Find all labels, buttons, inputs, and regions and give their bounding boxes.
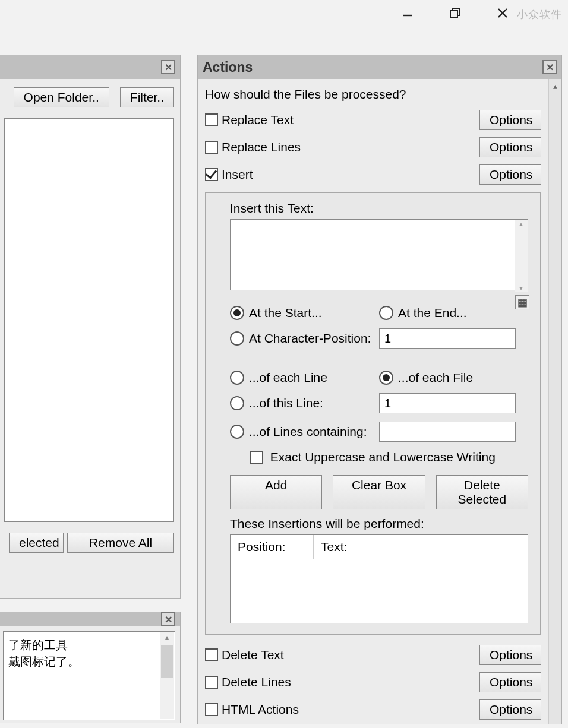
actions-scrollbar[interactable]: ▴ xyxy=(548,79,561,724)
minimize-button[interactable] xyxy=(396,7,419,22)
replace-lines-options-button[interactable]: Options xyxy=(479,137,541,157)
actions-panel-title: Actions xyxy=(203,59,253,75)
chevron-up-icon[interactable]: ▴ xyxy=(519,220,523,228)
files-panel-close-icon[interactable]: ✕ xyxy=(161,60,175,74)
delete-lines-label: Delete Lines xyxy=(222,675,479,689)
plus-icon: ▦ xyxy=(517,296,528,308)
delete-text-checkbox[interactable] xyxy=(205,648,218,661)
insert-delete-selected-button[interactable]: Delete Selected xyxy=(436,475,528,509)
actions-panel: Actions ✕ How should the Files be proces… xyxy=(197,55,562,724)
window-controls: 小众软件 xyxy=(396,0,568,29)
html-actions-label: HTML Actions xyxy=(222,702,479,717)
col-position[interactable]: Position: xyxy=(231,535,314,559)
chevron-up-icon[interactable]: ▴ xyxy=(553,79,557,91)
add-field-button[interactable]: ▦ xyxy=(515,295,529,309)
actions-panel-header: Actions ✕ xyxy=(198,55,561,79)
lines-containing-input[interactable] xyxy=(379,422,516,442)
at-end-radio[interactable] xyxy=(379,306,393,320)
insert-options-button[interactable]: Options xyxy=(479,164,541,185)
preview-panel: ✕ 了新的工具 戴图标记了。 ▴ xyxy=(0,612,181,723)
actions-question: How should the Files be processed? xyxy=(205,87,541,102)
preview-line: 戴图标记了。 xyxy=(8,653,159,670)
open-folder-button[interactable]: Open Folder.. xyxy=(14,87,109,107)
filter-button[interactable]: Filter.. xyxy=(120,87,174,107)
this-line-input[interactable] xyxy=(379,393,516,413)
at-char-pos-label: At Character-Position: xyxy=(249,331,371,346)
col-text[interactable]: Text: xyxy=(314,535,474,559)
insertions-performed-label: These Insertions will be performed: xyxy=(230,517,528,531)
files-panel-header: ✕ xyxy=(0,55,180,79)
insert-add-button[interactable]: Add xyxy=(230,475,322,509)
insert-checkbox[interactable] xyxy=(205,168,218,181)
replace-text-options-button[interactable]: Options xyxy=(479,110,541,130)
delete-text-options-button[interactable]: Options xyxy=(479,645,541,665)
preview-textbox[interactable]: 了新的工具 戴图标记了。 ▴ xyxy=(3,631,175,720)
insert-settings-box: Insert this Text: ▴ ▾ ▦ At the Start... xyxy=(205,192,541,635)
close-button[interactable] xyxy=(491,7,515,22)
insert-clear-button[interactable]: Clear Box xyxy=(333,475,425,509)
preview-line: 了新的工具 xyxy=(8,637,159,653)
textarea-scrollbar[interactable]: ▴ ▾ xyxy=(515,220,528,292)
scrollbar-thumb[interactable] xyxy=(161,645,173,678)
watermark-text: 小众软件 xyxy=(517,7,562,21)
exact-case-checkbox[interactable] xyxy=(250,451,263,464)
maximize-button[interactable] xyxy=(443,7,467,23)
svg-rect-2 xyxy=(450,11,457,18)
replace-text-checkbox[interactable] xyxy=(205,113,218,126)
each-line-radio[interactable] xyxy=(230,371,244,385)
insert-text-label: Insert this Text: xyxy=(230,201,528,216)
delete-text-label: Delete Text xyxy=(222,648,479,662)
insert-text-input[interactable] xyxy=(230,219,528,290)
chevron-up-icon[interactable]: ▴ xyxy=(165,632,169,642)
at-start-radio[interactable] xyxy=(230,306,244,320)
lines-containing-label: ...of Lines containing: xyxy=(249,425,367,439)
html-actions-options-button[interactable]: Options xyxy=(479,699,541,720)
actions-panel-close-icon[interactable]: ✕ xyxy=(542,60,557,74)
insert-label: Insert xyxy=(222,167,479,182)
exact-case-label: Exact Uppercase and Lowercase Writing xyxy=(270,450,496,464)
preview-panel-header: ✕ xyxy=(0,612,180,626)
at-char-pos-radio[interactable] xyxy=(230,331,244,346)
each-line-label: ...of each Line xyxy=(249,371,327,385)
replace-text-label: Replace Text xyxy=(222,113,479,127)
this-line-radio[interactable] xyxy=(230,396,244,410)
remove-all-button[interactable]: Remove All xyxy=(67,533,174,553)
delete-lines-checkbox[interactable] xyxy=(205,676,218,689)
preview-panel-close-icon[interactable]: ✕ xyxy=(161,612,175,626)
preview-scrollbar[interactable]: ▴ xyxy=(160,632,174,719)
each-file-label: ...of each File xyxy=(398,371,473,385)
remove-selected-button[interactable]: elected xyxy=(9,533,64,553)
this-line-label: ...of this Line: xyxy=(249,396,323,410)
delete-lines-options-button[interactable]: Options xyxy=(479,672,541,692)
replace-lines-checkbox[interactable] xyxy=(205,141,218,154)
files-panel: ✕ Open Folder.. Filter.. elected Remove … xyxy=(0,55,181,599)
at-end-label: At the End... xyxy=(398,306,467,320)
lines-containing-radio[interactable] xyxy=(230,425,244,439)
html-actions-checkbox[interactable] xyxy=(205,703,218,716)
each-file-radio[interactable] xyxy=(379,371,393,385)
at-start-label: At the Start... xyxy=(249,306,322,320)
chevron-down-icon[interactable]: ▾ xyxy=(519,284,523,292)
replace-lines-label: Replace Lines xyxy=(222,140,479,154)
col-spacer xyxy=(474,535,528,559)
insertions-list[interactable]: Position: Text: xyxy=(230,534,528,623)
files-list[interactable] xyxy=(4,118,174,522)
char-position-input[interactable] xyxy=(379,328,516,349)
